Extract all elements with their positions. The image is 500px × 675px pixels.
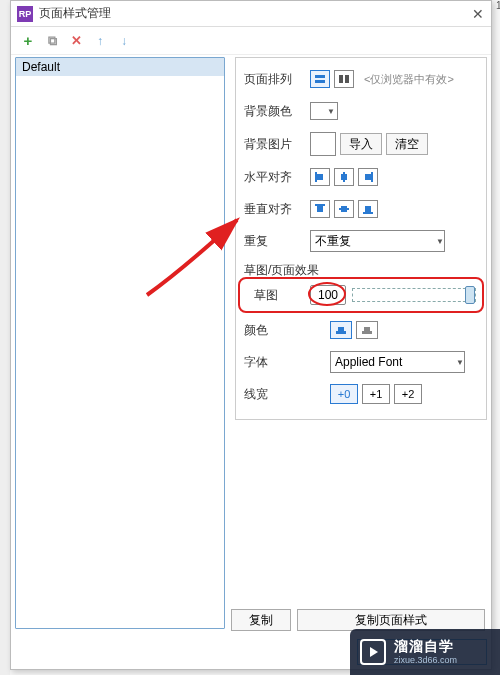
import-button[interactable]: 导入 <box>340 133 382 155</box>
repeat-select[interactable]: 不重复▼ <box>310 230 445 252</box>
label-sketch: 草图 <box>254 287 304 304</box>
add-icon[interactable]: + <box>21 34 35 48</box>
svg-rect-7 <box>341 174 347 180</box>
svg-rect-8 <box>371 172 373 182</box>
svg-rect-15 <box>365 206 371 212</box>
svg-rect-2 <box>339 75 343 83</box>
label-h-align: 水平对齐 <box>244 169 310 186</box>
color-mode-2-icon[interactable] <box>356 321 378 339</box>
svg-rect-18 <box>362 331 372 334</box>
svg-rect-3 <box>345 75 349 83</box>
color-mode-1-icon[interactable] <box>330 321 352 339</box>
watermark: 溜溜自学 zixue.3d66.com <box>350 629 500 675</box>
duplicate-icon[interactable]: ⧉ <box>45 34 59 48</box>
align-left-icon[interactable] <box>310 168 330 186</box>
align-right-icon[interactable] <box>358 168 378 186</box>
properties-panel: 页面排列 <仅浏览器中有效> 背景颜色 <box>235 57 487 629</box>
svg-rect-4 <box>315 172 317 182</box>
sketch-slider[interactable] <box>352 288 476 302</box>
bg-image-preview[interactable] <box>310 132 336 156</box>
linewidth-0[interactable]: +0 <box>330 384 358 404</box>
toolbar: + ⧉ ✕ ↑ ↓ <box>11 27 491 55</box>
svg-rect-19 <box>364 327 370 331</box>
align-top-icon[interactable] <box>310 200 330 218</box>
label-font: 字体 <box>244 354 294 371</box>
dialog-page-style-manager: RP 页面样式管理 ✕ + ⧉ ✕ ↑ ↓ Default 页面排列 <box>10 0 492 670</box>
copy-page-style-button[interactable]: 复制页面样式 <box>297 609 485 631</box>
close-icon[interactable]: ✕ <box>471 7 485 21</box>
chevron-down-icon: ▼ <box>456 358 464 367</box>
clear-button[interactable]: 清空 <box>386 133 428 155</box>
watermark-url: zixue.3d66.com <box>394 655 457 666</box>
bg-color-swatch[interactable]: ▼ <box>310 102 338 120</box>
svg-rect-10 <box>315 204 325 206</box>
list-item[interactable]: Default <box>16 58 224 76</box>
svg-rect-13 <box>341 206 347 212</box>
linewidth-2[interactable]: +2 <box>394 384 422 404</box>
label-v-align: 垂直对齐 <box>244 201 310 218</box>
chevron-down-icon: ▼ <box>436 237 444 246</box>
ruler-mark: 1100 <box>496 0 500 11</box>
app-icon: RP <box>17 6 33 22</box>
style-list: Default <box>15 57 225 629</box>
label-linewidth: 线宽 <box>244 386 294 403</box>
move-down-icon[interactable]: ↓ <box>117 34 131 48</box>
play-icon <box>360 639 386 665</box>
label-bg-color: 背景颜色 <box>244 103 310 120</box>
sketch-value-input[interactable] <box>310 285 346 305</box>
linewidth-1[interactable]: +1 <box>362 384 390 404</box>
arrange-vertical-icon[interactable] <box>310 70 330 88</box>
dialog-title: 页面样式管理 <box>39 5 471 22</box>
move-up-icon[interactable]: ↑ <box>93 34 107 48</box>
svg-rect-11 <box>317 206 323 212</box>
svg-rect-1 <box>315 80 325 83</box>
svg-rect-5 <box>317 174 323 180</box>
delete-icon[interactable]: ✕ <box>69 34 83 48</box>
sketch-highlight-box: 草图 <box>238 277 484 313</box>
svg-rect-17 <box>338 327 344 331</box>
svg-rect-14 <box>363 212 373 214</box>
chevron-down-icon: ▼ <box>327 107 335 116</box>
svg-rect-0 <box>315 75 325 78</box>
label-color: 颜色 <box>244 322 294 339</box>
titlebar: RP 页面样式管理 ✕ <box>11 1 491 27</box>
bottom-bar: 复制 复制页面样式 <box>231 609 485 631</box>
font-select[interactable]: Applied Font▼ <box>330 351 465 373</box>
align-bottom-icon[interactable] <box>358 200 378 218</box>
svg-rect-16 <box>336 331 346 334</box>
align-center-icon[interactable] <box>334 168 354 186</box>
slider-thumb[interactable] <box>465 286 475 304</box>
page-arrange-hint: <仅浏览器中有效> <box>364 72 454 87</box>
svg-rect-9 <box>365 174 371 180</box>
label-bg-image: 背景图片 <box>244 136 310 153</box>
align-middle-icon[interactable] <box>334 200 354 218</box>
arrange-horizontal-icon[interactable] <box>334 70 354 88</box>
copy-button[interactable]: 复制 <box>231 609 291 631</box>
label-page-arrange: 页面排列 <box>244 71 310 88</box>
watermark-title: 溜溜自学 <box>394 638 457 655</box>
label-repeat: 重复 <box>244 233 310 250</box>
